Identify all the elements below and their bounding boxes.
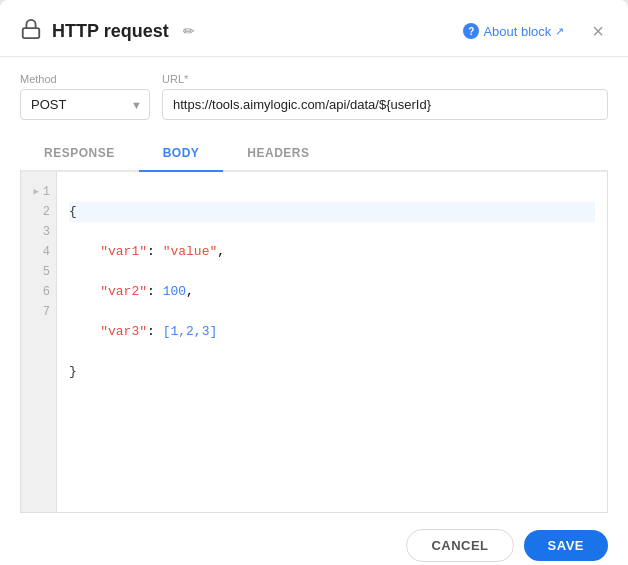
fields-row: Method POST GET PUT DELETE PATCH ▼ URL* bbox=[20, 73, 608, 120]
info-icon: ? bbox=[463, 23, 479, 39]
modal-header: HTTP request ✏ ? About block ↗ × bbox=[0, 0, 628, 57]
url-input[interactable] bbox=[162, 89, 608, 120]
code-line-4: "var3": [1,2,3] bbox=[69, 322, 595, 342]
code-line-3: "var2": 100, bbox=[69, 282, 595, 302]
cancel-button[interactable]: CANCEL bbox=[406, 529, 513, 562]
code-line-6 bbox=[69, 402, 595, 422]
line-num-7: 7 bbox=[29, 302, 50, 322]
line-num-5: 5 bbox=[29, 262, 50, 282]
modal-footer: CANCEL SAVE bbox=[0, 513, 628, 565]
code-line-2: "var1": "value", bbox=[69, 242, 595, 262]
method-label: Method bbox=[20, 73, 150, 85]
line-num-6: 6 bbox=[29, 282, 50, 302]
edit-icon[interactable]: ✏ bbox=[183, 23, 195, 39]
line-numbers: ▶ 1 2 3 4 5 6 7 bbox=[21, 172, 57, 512]
tab-body[interactable]: BODY bbox=[139, 136, 224, 172]
modal-body: Method POST GET PUT DELETE PATCH ▼ URL* bbox=[0, 57, 628, 513]
tab-response[interactable]: RESPONSE bbox=[20, 136, 139, 172]
code-content[interactable]: { "var1": "value", "var2": 100, "var3": … bbox=[57, 172, 607, 512]
external-link-icon: ↗ bbox=[555, 25, 564, 38]
method-select[interactable]: POST GET PUT DELETE PATCH bbox=[20, 89, 150, 120]
close-button[interactable]: × bbox=[588, 20, 608, 43]
url-field-group: URL* bbox=[162, 73, 608, 120]
url-label: URL* bbox=[162, 73, 608, 85]
tabs: RESPONSE BODY HEADERS bbox=[20, 136, 608, 172]
save-button[interactable]: SAVE bbox=[524, 530, 608, 561]
code-editor[interactable]: ▶ 1 2 3 4 5 6 7 { "var1": "value", "var2… bbox=[20, 172, 608, 513]
about-block-label: About block bbox=[483, 24, 551, 39]
header-right: ? About block ↗ × bbox=[463, 20, 608, 43]
line-num-3: 3 bbox=[29, 222, 50, 242]
code-line-7 bbox=[69, 442, 595, 462]
svg-rect-0 bbox=[23, 28, 40, 38]
tab-headers[interactable]: HEADERS bbox=[223, 136, 333, 172]
modal-container: HTTP request ✏ ? About block ↗ × Method … bbox=[0, 0, 628, 565]
code-line-1: { bbox=[69, 202, 595, 222]
line-num-2: 2 bbox=[29, 202, 50, 222]
code-line-5: } bbox=[69, 362, 595, 382]
line-num-1: ▶ 1 bbox=[29, 182, 50, 202]
line-num-4: 4 bbox=[29, 242, 50, 262]
method-field-group: Method POST GET PUT DELETE PATCH ▼ bbox=[20, 73, 150, 120]
lock-icon bbox=[20, 18, 42, 44]
modal-title: HTTP request bbox=[52, 21, 169, 42]
method-select-wrapper: POST GET PUT DELETE PATCH ▼ bbox=[20, 89, 150, 120]
about-block-link[interactable]: ? About block ↗ bbox=[463, 23, 564, 39]
title-area: HTTP request ✏ bbox=[20, 18, 195, 44]
